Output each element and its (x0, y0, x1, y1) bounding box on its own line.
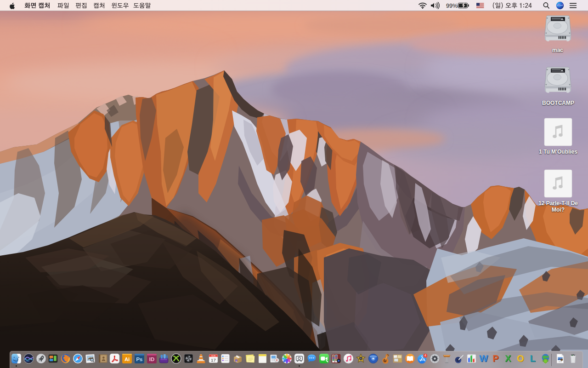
svg-text:Ai: Ai (124, 356, 130, 362)
svg-text:SUN: SUN (211, 355, 215, 357)
svg-text:RTF: RTF (559, 361, 562, 363)
svg-text:O: O (517, 353, 524, 363)
svg-text:X: X (505, 353, 511, 363)
svg-text:L: L (530, 353, 535, 363)
svg-text:Q: Q (236, 360, 237, 362)
svg-text:P: P (493, 353, 499, 363)
svg-text:Ps: Ps (136, 356, 142, 362)
svg-text:17: 17 (210, 357, 216, 362)
svg-text:4: 4 (424, 354, 426, 357)
svg-text:W: W (479, 353, 488, 363)
svg-text:99%: 99% (446, 3, 458, 9)
svg-text:ID: ID (149, 356, 154, 362)
